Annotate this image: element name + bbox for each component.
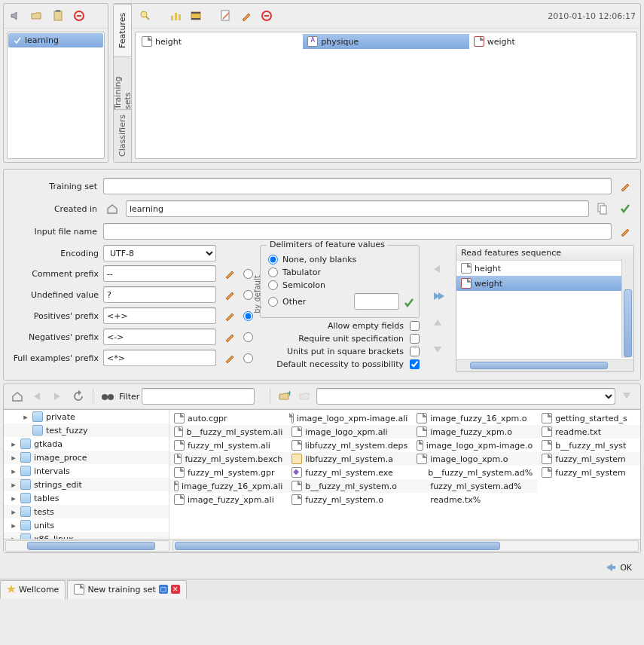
edit-icon[interactable] [221,307,239,325]
created-in-input[interactable] [126,200,589,217]
move-up-icon[interactable] [429,314,447,332]
delete-feature-icon[interactable] [258,7,276,25]
scrollbar-horizontal[interactable] [456,359,633,371]
delim-other-input[interactable] [354,293,399,310]
edit-doc-icon[interactable] [217,7,235,25]
new-folder-icon[interactable]: + [276,387,294,405]
file-list-scrollbar[interactable] [172,540,639,552]
tree-item[interactable]: ▸x86_linux [4,532,169,539]
feature-weight[interactable]: weight [469,34,635,49]
minimize-badge[interactable]: ▢ [159,585,168,594]
expand-icon[interactable]: ▸ [10,480,17,490]
expand-icon[interactable]: ▸ [10,439,17,449]
ok-button[interactable]: OK [599,561,636,574]
tree-item[interactable]: ▸strings_edit [4,478,169,491]
refresh-icon[interactable] [69,387,87,405]
close-badge[interactable]: ✕ [171,585,180,594]
edit-icon[interactable] [221,328,239,346]
home-icon[interactable] [103,200,121,218]
training-set-input[interactable] [103,178,612,194]
file-item[interactable]: libfuzzy_ml_system.deps [287,439,412,452]
file-item[interactable]: fuzzy_ml_system.gpr [169,466,287,479]
encoding-select[interactable]: UTF-8 [103,245,216,261]
delim-none-radio[interactable] [268,255,278,264]
path-select[interactable] [316,388,615,405]
file-item[interactable]: image_logo_xpm-image.ali [287,411,412,425]
delete-icon[interactable] [70,7,88,25]
file-item[interactable]: b__fuzzy_ml_system.o [287,479,412,493]
file-item[interactable]: image_fuzzy_16_xpm.o [412,411,537,425]
file-item[interactable]: image_logo_xpm-image.o [412,439,537,452]
film-icon[interactable] [187,7,205,25]
binoculars-icon[interactable] [99,387,117,405]
edit-icon[interactable] [616,177,634,195]
copy-icon[interactable] [594,200,612,218]
seq-item-weight[interactable]: weight [456,276,633,291]
input-file-input[interactable] [103,223,612,240]
file-item[interactable]: image_fuzzy_xpm.o [412,425,537,439]
necessity-checkbox[interactable] [410,359,420,369]
tree-item[interactable]: ▸tables [4,491,169,505]
file-item[interactable]: fuzzy_ml_system.bexch [169,452,287,466]
home-icon[interactable] [8,387,26,405]
require-unit-checkbox[interactable] [410,334,420,344]
file-item[interactable]: readme.tx% [412,493,537,506]
edit-icon[interactable] [616,222,634,240]
seq-item-height[interactable]: height [456,261,633,276]
file-item[interactable]: image_fuzzy_16_xpm.ali [169,479,287,493]
file-item[interactable]: readme.txt [537,425,640,439]
magnifier-icon[interactable] [136,7,154,25]
tab-wellcome[interactable]: Wellcome [0,580,66,599]
tree-item[interactable]: test_fuzzy [4,423,169,437]
project-item-learning[interactable]: learning [8,33,103,47]
comment-prefix-input[interactable] [103,265,216,282]
file-item[interactable]: getting_started_s [537,411,640,425]
tab-training-sets[interactable]: Training sets [114,57,131,109]
expand-icon[interactable]: ▸ [10,507,17,517]
undefined-input[interactable] [103,286,216,303]
tree-item[interactable]: ▸gtkada [4,437,169,451]
full-input[interactable] [103,350,216,366]
scrollbar-vertical[interactable] [621,259,633,358]
forward-icon[interactable] [49,387,67,405]
tab-features[interactable]: Features [114,4,131,57]
move-right-icon[interactable] [429,287,447,305]
expand-icon[interactable]: ▸ [10,453,17,463]
feature-physique[interactable]: A physique [303,34,469,49]
tab-classifiers[interactable]: Classifiers [114,109,131,162]
go-icon[interactable] [618,387,636,405]
move-down-icon[interactable] [429,341,447,359]
edit-icon[interactable] [221,286,239,304]
delim-other-radio[interactable] [268,297,278,307]
file-item[interactable]: fuzzy_ml_system.ali [169,439,287,452]
feature-height[interactable]: height [137,34,303,49]
file-item[interactable]: fuzzy_ml_system.ad% [412,479,537,493]
positives-input[interactable] [103,307,216,324]
delim-semi-radio[interactable] [268,280,278,290]
file-item[interactable]: b__fuzzy_ml_syst [537,439,640,452]
tree-item[interactable]: ▸units [4,518,169,532]
file-item[interactable]: image_logo_xpm.o [412,452,537,466]
expand-icon[interactable]: ▸ [22,412,29,422]
tab-new-training-set[interactable]: New training set ▢ ✕ [67,580,186,599]
file-item[interactable]: libfuzzy_ml_system.a [287,452,412,466]
file-item[interactable]: image_logo_xpm.ali [287,425,412,439]
tree-item[interactable]: ▸tests [4,505,169,518]
file-item[interactable]: fuzzy_ml_system.exe [287,466,412,479]
expand-icon[interactable]: ▸ [10,494,17,503]
tree-scrollbar[interactable] [5,540,169,552]
move-left-icon[interactable] [429,260,447,278]
delim-tab-radio[interactable] [268,267,278,277]
open-folder-icon[interactable] [28,7,46,25]
file-item[interactable]: auto.cgpr [169,411,287,425]
file-item[interactable]: image_fuzzy_xpm.ali [169,493,287,506]
tree-item[interactable]: ▸intervals [4,464,169,478]
default-radio[interactable] [243,332,253,342]
confirm-icon[interactable] [616,200,634,218]
open-folder-icon[interactable] [296,387,314,405]
default-radio[interactable] [243,290,253,300]
allow-empty-checkbox[interactable] [410,321,420,331]
edit-icon[interactable] [221,349,239,367]
expand-icon[interactable]: ▸ [10,534,17,540]
expand-icon[interactable]: ▸ [10,466,17,476]
